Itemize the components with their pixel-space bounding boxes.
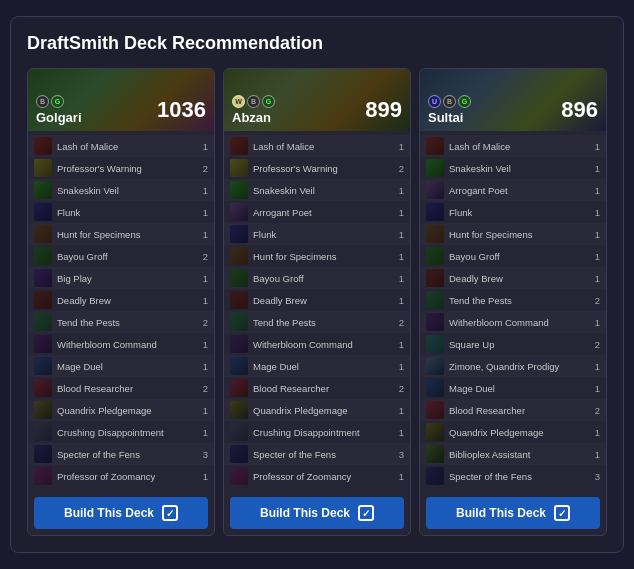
table-row: Specter of the Fens3 xyxy=(420,465,606,487)
card-thumbnail xyxy=(230,137,248,155)
card-name: Lash of Malice xyxy=(57,141,195,152)
card-count: 1 xyxy=(592,229,600,240)
mana-icon-sultai-0: U xyxy=(428,95,441,108)
card-thumbnail xyxy=(230,269,248,287)
card-name: Flunk xyxy=(253,229,391,240)
table-row: Arrogant Poet1 xyxy=(224,201,410,223)
card-thumbnail xyxy=(34,423,52,441)
card-name: Professor's Warning xyxy=(57,163,195,174)
card-count: 1 xyxy=(200,295,208,306)
card-count: 3 xyxy=(396,449,404,460)
card-name: Snakeskin Veil xyxy=(253,185,391,196)
card-count: 1 xyxy=(200,229,208,240)
table-row: Specter of the Fens3 xyxy=(224,443,410,465)
table-row: Lash of Malice1 xyxy=(28,135,214,157)
deck-list-sultai: Lash of Malice1Snakeskin Veil1Arrogant P… xyxy=(420,131,606,491)
card-count: 1 xyxy=(396,185,404,196)
card-thumbnail xyxy=(230,225,248,243)
card-thumbnail xyxy=(426,357,444,375)
deck-list-golgari: Lash of Malice1Professor's Warning2Snake… xyxy=(28,131,214,491)
table-row: Lash of Malice1 xyxy=(420,135,606,157)
card-count: 1 xyxy=(592,251,600,262)
card-thumbnail xyxy=(230,313,248,331)
card-count: 2 xyxy=(200,383,208,394)
card-name: Crushing Disappointment xyxy=(57,427,195,438)
card-name: Lash of Malice xyxy=(449,141,587,152)
build-button-sultai[interactable]: Build This Deck✓ xyxy=(426,497,600,529)
card-count: 1 xyxy=(396,251,404,262)
card-thumbnail xyxy=(34,379,52,397)
card-count: 1 xyxy=(396,273,404,284)
card-name: Professor of Zoomancy xyxy=(57,471,195,482)
card-thumbnail xyxy=(230,159,248,177)
card-name: Big Play xyxy=(57,273,195,284)
card-name: Bayou Groff xyxy=(253,273,391,284)
card-thumbnail xyxy=(426,313,444,331)
deck-score-abzan: 899 xyxy=(365,97,402,123)
card-name: Specter of the Fens xyxy=(253,449,391,460)
deck-footer-abzan: Build This Deck✓ xyxy=(224,491,410,535)
card-name: Bayou Groff xyxy=(57,251,195,262)
card-count: 1 xyxy=(592,207,600,218)
table-row: Tend the Pests2 xyxy=(28,311,214,333)
deck-footer-golgari: Build This Deck✓ xyxy=(28,491,214,535)
table-row: Bayou Groff2 xyxy=(28,245,214,267)
table-row: Quandrix Pledgemage1 xyxy=(224,399,410,421)
card-count: 1 xyxy=(592,317,600,328)
table-row: Flunk1 xyxy=(224,223,410,245)
card-thumbnail xyxy=(426,203,444,221)
card-name: Mage Duel xyxy=(57,361,195,372)
table-row: Quandrix Pledgemage1 xyxy=(420,421,606,443)
table-row: Biblioplex Assistant1 xyxy=(420,443,606,465)
card-name: Square Up xyxy=(449,339,587,350)
build-button-golgari[interactable]: Build This Deck✓ xyxy=(34,497,208,529)
card-thumbnail xyxy=(34,401,52,419)
card-name: Crushing Disappointment xyxy=(253,427,391,438)
card-count: 1 xyxy=(200,405,208,416)
card-count: 1 xyxy=(396,471,404,482)
decks-container: BGGolgari1036Lash of Malice1Professor's … xyxy=(27,68,607,536)
table-row: Blood Researcher2 xyxy=(28,377,214,399)
card-thumbnail xyxy=(426,291,444,309)
card-count: 1 xyxy=(200,273,208,284)
table-row: Hunt for Specimens1 xyxy=(420,223,606,245)
card-count: 2 xyxy=(396,383,404,394)
table-row: Arrogant Poet1 xyxy=(420,179,606,201)
card-thumbnail xyxy=(34,357,52,375)
card-name: Flunk xyxy=(449,207,587,218)
card-thumbnail xyxy=(34,291,52,309)
card-thumbnail xyxy=(426,159,444,177)
card-count: 1 xyxy=(200,339,208,350)
card-thumbnail xyxy=(230,467,248,485)
card-count: 2 xyxy=(200,163,208,174)
panel-title: DraftSmith Deck Recommendation xyxy=(27,33,607,54)
deck-header-abzan: WBGAbzan899 xyxy=(224,69,410,131)
build-button-abzan[interactable]: Build This Deck✓ xyxy=(230,497,404,529)
card-count: 1 xyxy=(200,427,208,438)
table-row: Crushing Disappointment1 xyxy=(28,421,214,443)
card-count: 2 xyxy=(396,317,404,328)
card-count: 1 xyxy=(396,229,404,240)
table-row: Snakeskin Veil1 xyxy=(420,157,606,179)
deck-card-golgari: BGGolgari1036Lash of Malice1Professor's … xyxy=(27,68,215,536)
card-thumbnail xyxy=(34,137,52,155)
card-thumbnail xyxy=(230,181,248,199)
table-row: Square Up2 xyxy=(420,333,606,355)
main-panel: DraftSmith Deck Recommendation BGGolgari… xyxy=(10,16,624,553)
card-thumbnail xyxy=(426,445,444,463)
card-count: 3 xyxy=(592,471,600,482)
table-row: Deadly Brew1 xyxy=(28,289,214,311)
table-row: Bayou Groff1 xyxy=(224,267,410,289)
card-name: Specter of the Fens xyxy=(449,471,587,482)
card-count: 2 xyxy=(592,339,600,350)
card-thumbnail xyxy=(426,181,444,199)
card-count: 1 xyxy=(200,185,208,196)
mana-icon-abzan-2: G xyxy=(262,95,275,108)
card-name: Professor's Warning xyxy=(253,163,391,174)
deck-header-sultai: UBGSultai896 xyxy=(420,69,606,131)
card-count: 2 xyxy=(396,163,404,174)
table-row: Quandrix Pledgemage1 xyxy=(28,399,214,421)
card-name: Mage Duel xyxy=(253,361,391,372)
card-count: 1 xyxy=(592,361,600,372)
checkmark-icon: ✓ xyxy=(554,505,570,521)
